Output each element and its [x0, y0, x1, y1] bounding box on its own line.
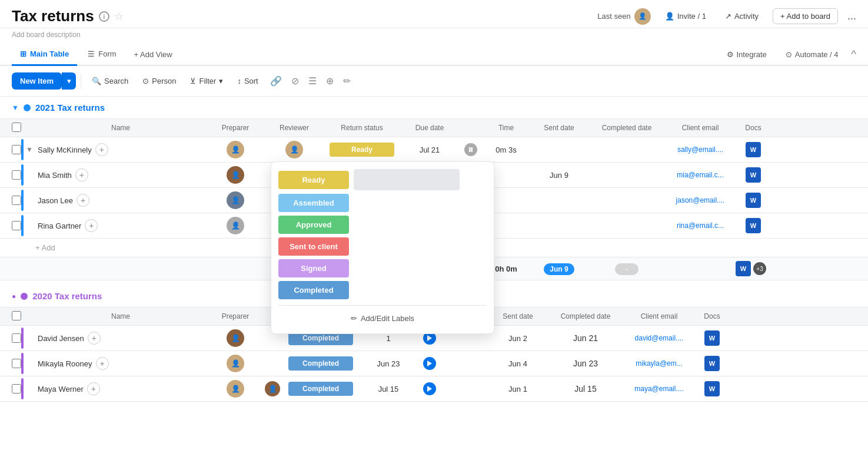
tab-form[interactable]: ☰ Form	[79, 44, 124, 66]
new-item-dropdown[interactable]: ▾	[62, 72, 76, 90]
docs-cell: W	[736, 138, 771, 161]
summary-completed: -	[588, 264, 665, 273]
status-badge[interactable]: Completed	[288, 356, 353, 371]
select-all-checkbox[interactable]	[12, 123, 21, 132]
dropdown-row: Assembled	[278, 194, 487, 212]
select-all-checkbox-2[interactable]	[12, 311, 21, 320]
email-cell[interactable]: rina@email.c...	[665, 218, 736, 233]
row-select-checkbox[interactable]	[12, 170, 21, 180]
preparer-cell: 👤	[206, 213, 265, 238]
status-badge[interactable]: Ready	[330, 143, 394, 157]
group-collapse-arrow[interactable]: ▼	[12, 104, 19, 112]
tab-main-table[interactable]: ⊞ Main Table	[12, 44, 77, 66]
email-cell[interactable]: sally@email....	[665, 142, 736, 157]
add-subitem-button[interactable]: +	[85, 219, 98, 232]
add-subitem-button[interactable]: +	[95, 143, 108, 156]
add-view-button[interactable]: + Add View	[127, 45, 179, 64]
docs-word-icon[interactable]: W	[746, 193, 761, 208]
group-header-2021[interactable]: ▼ 2021 Tax returns	[0, 97, 868, 118]
add-subitem-button[interactable]: +	[87, 382, 100, 395]
email-cell[interactable]: mikayla@em...	[624, 356, 694, 371]
add-to-board-button[interactable]: + Add to board	[773, 8, 838, 24]
docs-word-icon[interactable]: W	[746, 218, 761, 233]
email-cell[interactable]: jason@email....	[665, 193, 736, 208]
star-icon[interactable]: ☆	[114, 10, 124, 23]
status-cell-maya[interactable]: Completed	[282, 378, 359, 399]
add-subitem-button[interactable]: +	[88, 332, 101, 345]
status-option-ready[interactable]: Ready	[278, 171, 349, 189]
row-checkbox-david	[12, 328, 35, 349]
link-icon[interactable]: 🔗	[267, 72, 285, 90]
new-item-button[interactable]: New Item	[12, 72, 62, 90]
pause-button[interactable]	[464, 143, 477, 156]
email-cell[interactable]: maya@email....	[624, 381, 694, 396]
status-badge[interactable]: Completed	[288, 382, 353, 396]
email-cell[interactable]: mia@email.c...	[665, 167, 736, 183]
status-option-assembled[interactable]: Assembled	[278, 194, 349, 212]
status-cell-sally[interactable]: Ready	[324, 139, 400, 160]
docs-word-icon[interactable]: W	[704, 381, 720, 396]
rows-icon[interactable]: ☰	[305, 72, 320, 90]
filter-button[interactable]: ⊻ Filter ▾	[184, 73, 229, 89]
sort-button[interactable]: ↕ Sort	[231, 73, 264, 89]
row-color-bar	[21, 353, 24, 374]
docs-cell: W	[736, 164, 771, 186]
info-icon[interactable]: i	[99, 11, 109, 22]
activity-button[interactable]: ↗ Activity	[720, 9, 763, 23]
add-subitem-button[interactable]: +	[75, 168, 88, 181]
group-title-2020: 2020 Tax returns	[32, 291, 102, 301]
row-select-checkbox[interactable]	[12, 145, 21, 154]
automate-icon: ⊙	[786, 50, 792, 59]
docs-col-header: Docs	[694, 307, 730, 325]
row-select-checkbox[interactable]	[12, 359, 21, 368]
row-select-checkbox[interactable]	[12, 384, 21, 394]
play-button[interactable]	[423, 357, 436, 370]
email-cell[interactable]: david@email....	[624, 330, 694, 346]
hide-icon[interactable]: ⊘	[288, 72, 302, 90]
sent-cell: Jun 1	[488, 381, 547, 397]
play-button[interactable]	[423, 382, 436, 395]
search-button[interactable]: 🔍 Search	[86, 73, 134, 89]
status-cell-mikayla[interactable]: Completed	[282, 353, 359, 374]
row-select-checkbox[interactable]	[12, 196, 21, 205]
status-option-sent[interactable]: Sent to client	[278, 237, 349, 256]
dropdown-row: Approved	[278, 216, 487, 234]
table-icon: ⊞	[20, 49, 26, 58]
more-button[interactable]: ...	[847, 10, 856, 22]
docs-cell: W	[694, 352, 730, 375]
preparer-col-header: Preparer	[206, 119, 265, 137]
sent-col-header: Sent date	[488, 307, 547, 325]
add-edit-labels-button[interactable]: ✏ Add/Edit Labels	[278, 310, 487, 326]
row-name-cell: Maya Werner +	[35, 378, 206, 400]
status-option-approved[interactable]: Approved	[278, 216, 349, 234]
due-date-cell: Jul 21	[400, 142, 459, 158]
edit-icon[interactable]: ✏	[340, 72, 354, 90]
play-cell	[418, 379, 441, 399]
docs-word-icon[interactable]: W	[746, 167, 761, 183]
play-cell	[418, 353, 441, 373]
completed-cell: Jul 15	[547, 381, 624, 397]
docs-word-icon[interactable]: W	[704, 356, 720, 371]
expand-icon[interactable]: ⊕	[322, 72, 337, 90]
row-name-text: David Jensen	[38, 334, 84, 343]
automate-button[interactable]: ⊙ Automate / 4	[780, 47, 844, 62]
collapse-button[interactable]: ^	[852, 48, 856, 61]
status-option-signed[interactable]: Signed	[278, 259, 349, 277]
person-filter-button[interactable]: ⊙ Person	[137, 73, 182, 89]
row-select-checkbox[interactable]	[12, 221, 21, 230]
status-option-completed[interactable]: Completed	[278, 281, 349, 299]
group-collapse-arrow[interactable]: ●	[12, 292, 16, 300]
board-description[interactable]: Add board description	[0, 28, 868, 44]
preparer-cell: 👤	[206, 351, 265, 376]
row-checkbox-sally: ▼	[12, 139, 35, 160]
invite-button[interactable]: 👤 Invite / 1	[660, 9, 711, 23]
top-header: Tax returns i ☆ Last seen 👤 👤 Invite / 1…	[0, 0, 868, 28]
docs-word-icon[interactable]: W	[704, 330, 720, 346]
row-select-checkbox[interactable]	[12, 333, 21, 343]
add-subitem-button[interactable]: +	[96, 357, 109, 370]
preparer-col-header: Preparer	[206, 307, 265, 325]
docs-word-icon[interactable]: W	[746, 142, 761, 157]
add-subitem-button[interactable]: +	[77, 194, 89, 207]
collapse-arrow[interactable]: ▼	[26, 146, 33, 154]
integrate-button[interactable]: ⚙ Integrate	[721, 47, 773, 62]
